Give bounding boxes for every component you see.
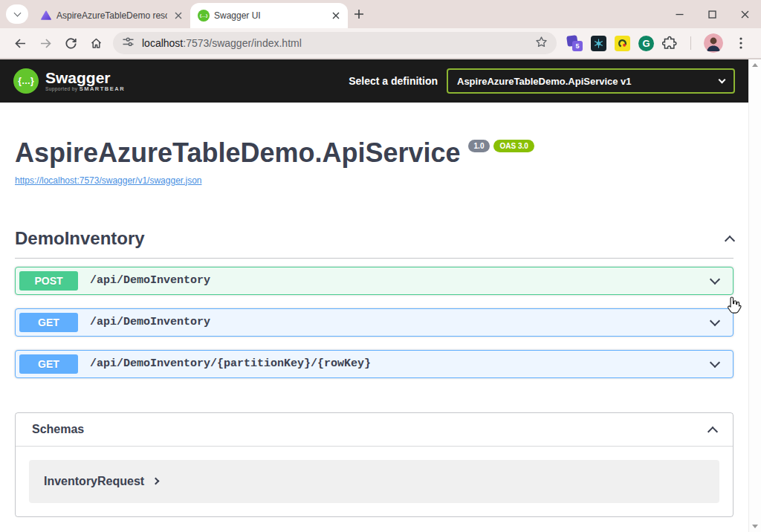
expand-chevron-icon[interactable] <box>710 357 720 368</box>
scroll-down-icon[interactable] <box>752 525 758 528</box>
address-bar[interactable]: localhost:7573/swagger/index.html <box>113 32 557 54</box>
browser-window: AspireAzureTableDemo resourc {…} Swagger… <box>0 0 761 532</box>
schemas-header[interactable]: Schemas <box>16 413 733 447</box>
url-host: localhost <box>142 37 183 49</box>
swagger-topbar: {…} Swagger Supported by SMARTBEAR Selec… <box>0 59 748 103</box>
method-badge: GET <box>19 354 78 374</box>
spec-json-link[interactable]: https://localhost:7573/swagger/v1/swagge… <box>15 175 201 186</box>
extension-purple-icon[interactable]: 5 <box>567 36 583 51</box>
model-name: InventoryRequest <box>44 475 144 488</box>
operation-path: /api/DemoInventory <box>90 274 711 287</box>
forward-button[interactable] <box>34 32 56 54</box>
method-badge: POST <box>19 271 78 291</box>
extension-gauge-icon[interactable] <box>615 36 630 51</box>
select-definition-label: Select a definition <box>349 75 438 87</box>
home-button[interactable] <box>85 32 107 54</box>
tab-swagger-ui[interactable]: {…} Swagger UI <box>190 3 348 28</box>
url-path: :7573/swagger/index.html <box>183 37 302 49</box>
smartbear-brand: SMARTBEAR <box>80 85 125 92</box>
swagger-logo-text: Swagger <box>45 71 125 85</box>
demo-inventory-section: DemoInventory POST /api/DemoInventory GE… <box>15 228 734 378</box>
demo-inventory-header[interactable]: DemoInventory <box>15 228 734 259</box>
model-inventoryrequest[interactable]: InventoryRequest <box>29 460 719 503</box>
version-badge: 1.0 <box>468 140 490 152</box>
method-badge: GET <box>19 313 78 332</box>
tab-title: Swagger UI <box>214 10 325 21</box>
swagger-logo: {…} Swagger Supported by SMARTBEAR <box>13 68 125 94</box>
api-title: AspireAzureTableDemo.ApiService 1.0 OAS … <box>15 138 734 168</box>
definition-select[interactable]: AspireAzureTableDemo.ApiService v1 <box>447 68 735 94</box>
browser-menu-button[interactable] <box>733 32 749 54</box>
oas-badge: OAS 3.0 <box>493 140 534 152</box>
extension-badge: 5 <box>572 41 583 51</box>
maximize-button[interactable] <box>696 0 728 28</box>
tab-close-icon[interactable] <box>329 10 342 22</box>
extension-snowflake-icon[interactable] <box>591 36 606 51</box>
swagger-favicon-icon: {…} <box>198 10 210 22</box>
tag-title: DemoInventory <box>15 228 145 249</box>
site-settings-icon[interactable] <box>122 36 135 51</box>
minimize-button[interactable] <box>663 0 696 28</box>
expand-chevron-icon[interactable] <box>710 274 720 285</box>
url-text[interactable]: localhost:7573/swagger/index.html <box>142 37 535 49</box>
schemas-section: Schemas InventoryRequest <box>15 412 734 517</box>
opblock-get-demoinventory[interactable]: GET /api/DemoInventory <box>15 308 734 337</box>
swagger-logo-icon: {…} <box>13 68 39 94</box>
api-info: AspireAzureTableDemo.ApiService 1.0 OAS … <box>15 138 734 186</box>
opblock-post-demoinventory[interactable]: POST /api/DemoInventory <box>15 267 734 295</box>
grammarly-icon[interactable]: G <box>638 36 654 51</box>
scroll-up-icon[interactable] <box>752 63 758 67</box>
browser-toolbar: localhost:7573/swagger/index.html 5 G <box>0 28 761 59</box>
extensions-puzzle-icon[interactable] <box>662 36 678 51</box>
profile-avatar[interactable] <box>704 33 723 53</box>
page-content: {…} Swagger Supported by SMARTBEAR Selec… <box>0 59 748 532</box>
tab-aspire-dashboard[interactable]: AspireAzureTableDemo resourc <box>33 3 190 28</box>
opblock-get-demoinventory-keys[interactable]: GET /api/DemoInventory/{partitionKey}/{r… <box>15 350 734 378</box>
schemas-title: Schemas <box>32 423 84 436</box>
tab-strip: AspireAzureTableDemo resourc {…} Swagger… <box>0 0 761 28</box>
extensions-area: 5 G <box>567 32 751 54</box>
aspire-favicon-icon <box>40 10 52 22</box>
expand-chevron-icon[interactable] <box>710 316 720 326</box>
window-controls <box>663 0 761 28</box>
tab-close-icon[interactable] <box>172 10 184 22</box>
tab-title: AspireAzureTableDemo resourc <box>56 10 167 21</box>
operation-path: /api/DemoInventory <box>90 316 711 328</box>
chevron-down-icon <box>719 77 726 84</box>
operation-path: /api/DemoInventory/{partitionKey}/{rowKe… <box>90 357 711 370</box>
back-button[interactable] <box>9 32 31 54</box>
bookmark-star-icon[interactable] <box>535 36 548 51</box>
collapse-chevron-icon[interactable] <box>725 236 735 246</box>
tab-search-button[interactable] <box>6 4 28 24</box>
expand-model-chevron-icon[interactable] <box>152 478 160 485</box>
new-tab-button[interactable] <box>348 3 370 25</box>
collapse-chevron-icon[interactable] <box>707 426 718 437</box>
smartbear-credit: Supported by SMARTBEAR <box>45 85 125 92</box>
toolbar-divider <box>690 36 691 50</box>
reload-button[interactable] <box>59 32 82 54</box>
close-window-button[interactable] <box>728 0 761 28</box>
page-scrollbar[interactable] <box>748 59 761 532</box>
chevron-down-icon <box>13 9 21 16</box>
definition-select-value: AspireAzureTableDemo.ApiService v1 <box>457 76 632 87</box>
